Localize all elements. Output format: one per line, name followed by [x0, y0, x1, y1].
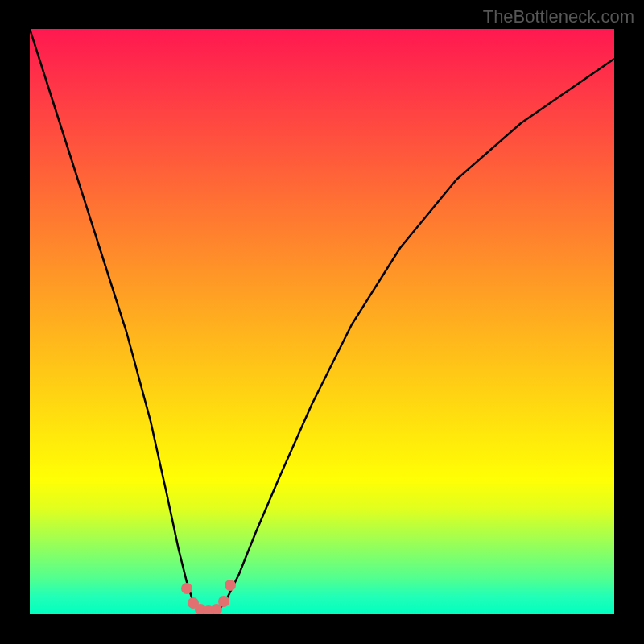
curve-marker: [181, 583, 192, 594]
bottleneck-curve: [30, 29, 614, 614]
watermark-text: TheBottleneck.com: [483, 6, 634, 27]
curve-marker: [218, 596, 229, 607]
plot-area: [30, 29, 614, 614]
chart-container: TheBottleneck.com: [0, 0, 644, 644]
curve-marker: [225, 580, 236, 591]
